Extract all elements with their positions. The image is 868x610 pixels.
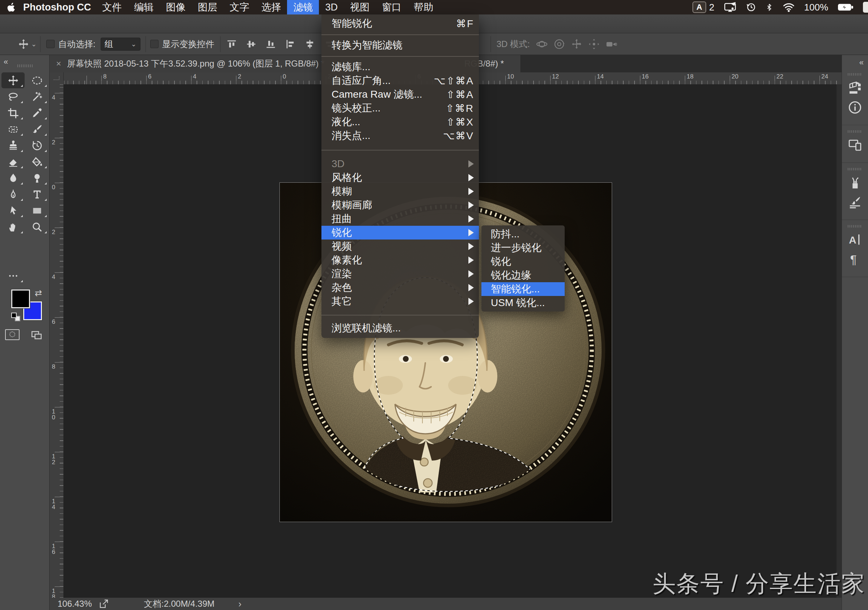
menubar-item-编辑[interactable]: 编辑 [128, 0, 160, 14]
bluetooth-icon[interactable] [765, 2, 773, 12]
sharpen-submenu-item-智能锐化[interactable]: 智能锐化... [481, 282, 565, 296]
filter-menu-item-扭曲[interactable]: 扭曲 [321, 212, 479, 226]
filter-menu-item-液化[interactable]: 液化...⇧⌘X [321, 115, 479, 129]
tools-panel-grip[interactable] [17, 64, 33, 67]
ruler-origin-corner[interactable] [50, 72, 64, 85]
status-zoom-level[interactable]: 106.43% [57, 599, 92, 609]
filter-menu-item-镜头校正[interactable]: 镜头校正...⇧⌘R [321, 101, 479, 115]
panel-brush-settings-icon[interactable] [848, 195, 862, 209]
align-bottom-icon[interactable] [265, 39, 276, 50]
filter-menu-item-视频[interactable]: 视频 [321, 240, 479, 253]
panel-character-icon[interactable] [848, 233, 862, 247]
filter-menu-item-杂色[interactable]: 杂色 [321, 281, 479, 294]
sharpen-submenu-item-锐化边缘[interactable]: 锐化边缘 [481, 268, 565, 282]
panel-info-icon[interactable] [848, 100, 862, 115]
align-left-icon[interactable] [285, 39, 296, 50]
filter-menu-item-Camera Raw 滤镜[interactable]: Camera Raw 滤镜...⇧⌘A [321, 88, 479, 101]
menubar-item-图层[interactable]: 图层 [191, 0, 223, 14]
filter-menu-item-像素化[interactable]: 像素化 [321, 253, 479, 267]
align-vcenter-icon[interactable] [246, 39, 257, 50]
filter-menu-item-消失点[interactable]: 消失点...⌥⌘V [321, 129, 479, 142]
healing-patch-tool[interactable] [2, 121, 25, 137]
path-select-tool[interactable] [2, 203, 25, 218]
adobe-cc-status-icon[interactable]: A 2 [693, 2, 714, 13]
magic-wand-tool[interactable] [25, 89, 48, 105]
filter-menu-item-渲染[interactable]: 渲染 [321, 267, 479, 281]
time-machine-icon[interactable] [746, 2, 756, 12]
sharpen-submenu-item-防抖[interactable]: 防抖... [481, 227, 565, 241]
share-export-icon[interactable] [98, 598, 109, 609]
input-method-icon[interactable] [863, 2, 868, 13]
filter-menu-item-3D[interactable]: 3D [321, 157, 479, 171]
scrollbar-track[interactable] [837, 84, 842, 598]
dock-group-grip[interactable] [848, 168, 862, 170]
filter-menu-item-模糊[interactable]: 模糊 [321, 184, 479, 198]
blur-tool[interactable] [2, 170, 25, 186]
tab-close-icon[interactable]: × [56, 59, 61, 69]
filter-menu-item-智能锐化[interactable]: 智能锐化⌘F [321, 17, 479, 30]
wifi-icon[interactable] [783, 2, 795, 12]
hand-tool[interactable] [2, 219, 25, 235]
battery-icon[interactable] [838, 2, 854, 12]
panel-3d-icon[interactable] [848, 81, 862, 95]
show-transform-checkbox[interactable] [150, 40, 158, 48]
type-tool[interactable] [25, 186, 48, 202]
filter-menu-item-滤镜库[interactable]: 滤镜库... [321, 60, 479, 74]
document-tab[interactable]: × 屏幕快照 2018-05-13 下午3.52.39.png @ 106% (… [50, 55, 352, 72]
display-mirroring-icon[interactable] [724, 2, 736, 12]
sharpen-submenu-item-锐化[interactable]: 锐化 [481, 255, 565, 268]
expand-panels-icon[interactable]: « [859, 58, 864, 67]
auto-select-dropdown[interactable]: 组 ⌄ [101, 38, 140, 51]
filter-menu-item-转换为智能滤镜[interactable]: 转换为智能滤镜 [321, 38, 479, 52]
panel-paragraph-icon[interactable] [848, 252, 862, 267]
menubar-item-文字[interactable]: 文字 [223, 0, 255, 14]
menubar-item-图像[interactable]: 图像 [160, 0, 191, 14]
swap-colors-icon[interactable]: ⇄ [35, 288, 42, 298]
menubar-item-选择[interactable]: 选择 [255, 0, 287, 14]
collapse-tools-icon[interactable]: « [4, 57, 8, 67]
dock-group-grip[interactable] [848, 130, 862, 133]
eraser-tool[interactable] [2, 154, 25, 170]
marquee-tool[interactable] [25, 72, 48, 88]
tool-preset-chevron-icon[interactable]: ⌄ [31, 40, 37, 48]
align-top-icon[interactable] [226, 39, 237, 50]
dodge-tool[interactable] [25, 170, 48, 186]
panel-device-preview-icon[interactable] [848, 138, 862, 152]
filter-menu-item-风格化[interactable]: 风格化 [321, 171, 479, 184]
filter-menu-item-锐化[interactable]: 锐化 [321, 226, 479, 240]
filter-menu-item-浏览联机滤镜[interactable]: 浏览联机滤镜... [321, 321, 479, 335]
brush-tool[interactable] [25, 121, 48, 137]
panel-brushes-icon[interactable] [848, 175, 862, 190]
auto-select-checkbox[interactable] [46, 40, 55, 48]
sharpen-submenu-item-USM 锐化[interactable]: USM 锐化... [481, 296, 565, 310]
dock-group-grip[interactable] [848, 225, 862, 228]
foreground-color-swatch[interactable] [11, 290, 30, 308]
status-options-chevron[interactable]: › [239, 598, 242, 610]
shape-tool[interactable] [25, 203, 48, 218]
menubar-app-name[interactable]: Photoshop CC [23, 2, 91, 13]
apple-menu-icon[interactable] [0, 2, 23, 13]
zoom-tool[interactable] [25, 219, 48, 235]
filter-menu-item-其它[interactable]: 其它 [321, 294, 479, 308]
crop-tool[interactable] [2, 105, 25, 121]
quick-mask-button[interactable] [5, 329, 20, 340]
align-hcenter-icon[interactable] [304, 39, 315, 50]
edit-toolbar-ellipsis-icon[interactable] [2, 268, 25, 284]
move-tool[interactable] [2, 72, 25, 88]
menubar-item-3D[interactable]: 3D [319, 0, 344, 14]
filter-menu-item-模糊画廊[interactable]: 模糊画廊 [321, 198, 479, 212]
lasso-tool[interactable] [2, 89, 25, 105]
filter-menu-item-自适应广角[interactable]: 自适应广角...⌥⇧⌘A [321, 74, 479, 88]
menubar-item-文件[interactable]: 文件 [96, 0, 128, 14]
eyedropper-tool[interactable] [25, 105, 48, 121]
sharpen-submenu-item-进一步锐化[interactable]: 进一步锐化 [481, 241, 565, 255]
screen-mode-button[interactable] [29, 328, 44, 341]
vertical-ruler[interactable]: 42024681 01 21 41 61 8 [50, 84, 64, 598]
dock-group-grip[interactable] [848, 73, 862, 76]
menubar-item-窗口[interactable]: 窗口 [376, 0, 408, 14]
clone-stamp-tool[interactable] [2, 138, 25, 153]
paint-bucket-tool[interactable] [25, 154, 48, 170]
pen-tool[interactable] [2, 186, 25, 202]
history-brush-tool[interactable] [25, 138, 48, 153]
menubar-item-滤镜[interactable]: 滤镜 [287, 0, 319, 14]
